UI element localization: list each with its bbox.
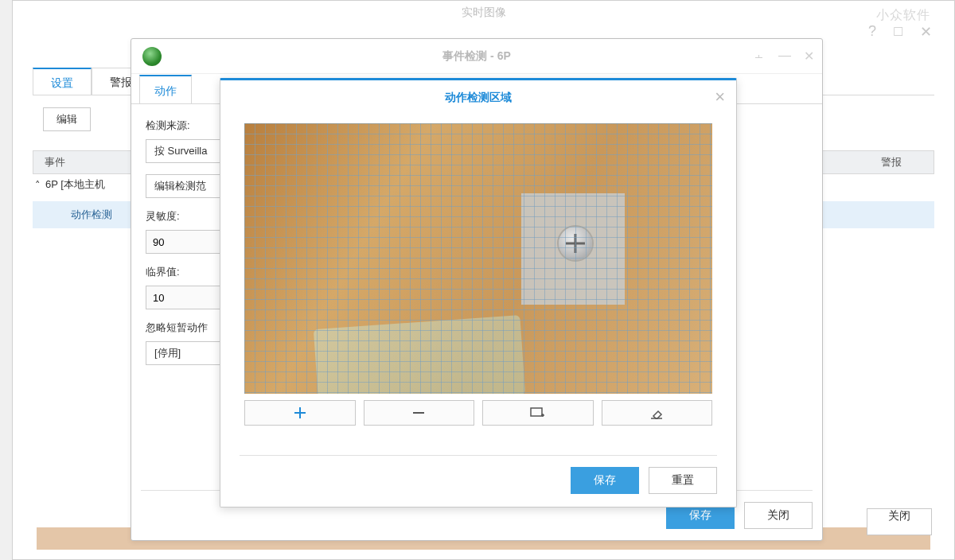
tool-remove-button[interactable] [364, 400, 475, 426]
minus-icon [412, 406, 425, 419]
tree-node-label: 6P [本地主机 [45, 177, 105, 192]
tool-add-button[interactable] [244, 400, 356, 426]
svg-rect-0 [413, 412, 424, 414]
pin-icon[interactable]: ⫠ [753, 49, 766, 64]
modal-close-icon[interactable]: × [715, 88, 725, 106]
modal-title: 动作检测区域 [445, 91, 512, 105]
col-alert: 警报 [881, 155, 934, 169]
sensitivity-input[interactable] [146, 230, 222, 254]
help-icon[interactable]: ? [868, 23, 876, 41]
threshold-input[interactable] [146, 286, 222, 309]
detection-area-canvas[interactable] [244, 123, 712, 394]
app-logo-icon [142, 47, 162, 66]
close-icon[interactable]: ✕ [920, 23, 932, 41]
bg-close-button[interactable]: 关闭 [867, 508, 932, 535]
modal-reset-button[interactable]: 重置 [649, 467, 717, 494]
tab-motion[interactable]: 动作 [139, 75, 192, 103]
modal-save-button[interactable]: 保存 [571, 467, 639, 494]
edit-button[interactable]: 编辑 [43, 107, 91, 131]
eraser-icon [649, 406, 665, 419]
bg-window-controls: ? □ ✕ [868, 23, 932, 41]
mid-close-button[interactable]: 关闭 [744, 502, 813, 529]
chevron-down-icon: ˄ [35, 179, 41, 191]
motion-area-modal: 动作检测区域 × 保存 重置 [220, 78, 737, 508]
bg-window-title: 实时图像 [462, 6, 506, 20]
close-icon[interactable]: ✕ [804, 49, 814, 64]
watermark-text: 小众软件 [876, 7, 930, 24]
tool-erase-button[interactable] [602, 400, 713, 426]
maximize-icon[interactable]: □ [894, 23, 902, 41]
plus-icon [294, 406, 306, 419]
svg-rect-1 [531, 408, 542, 416]
tab-settings[interactable]: 设置 [33, 68, 92, 95]
mid-header: 事件检测 - 6P ⫠ — ✕ [131, 39, 822, 74]
modal-header: 动作检测区域 × [220, 80, 736, 115]
mid-window-controls: ⫠ — ✕ [753, 49, 814, 64]
minimize-icon[interactable]: — [778, 49, 791, 64]
modal-toolbar [244, 400, 712, 426]
tree-node-6p[interactable]: ˄ 6P [本地主机 [35, 177, 105, 192]
tool-select-area-button[interactable] [482, 400, 594, 426]
select-rect-icon [530, 406, 546, 419]
canvas-grid-overlay [244, 123, 712, 394]
mid-window-title: 事件检测 - 6P [442, 49, 511, 64]
modal-footer: 保存 重置 [240, 455, 717, 494]
